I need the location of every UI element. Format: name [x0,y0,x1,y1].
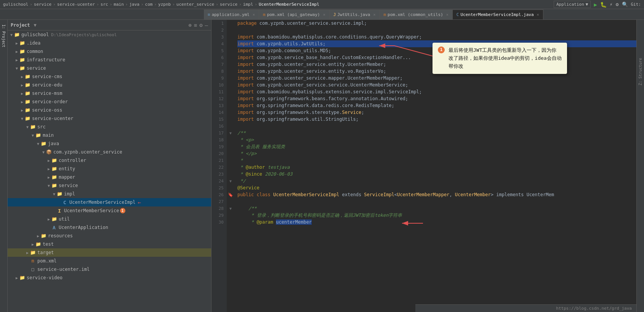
breadcrumb-com[interactable]: com [145,2,153,7]
gutter-17[interactable]: ▼ [227,130,234,136]
tree-target[interactable]: ▶ 📁 target [8,248,211,257]
tree-src[interactable]: ▼ 📁 src [8,123,211,131]
dropdown-arrow: ▼ [586,2,588,7]
tree-ucenter-application[interactable]: A UcenterApplication [8,223,211,232]
tree-service-edu[interactable]: ▶ 📁 service-edu [8,81,211,89]
line-num-13: 13 [211,102,224,109]
tree-pom-xml[interactable]: m pom.xml [8,257,211,265]
sidebar-settings-btn[interactable]: ⚙ [199,22,202,28]
tree-label-service-oss: service-oss [32,107,62,113]
gutter-13 [227,102,234,109]
gutter-26[interactable]: 🔖 [227,191,234,198]
tree-package[interactable]: ▼ 📦 com.yzpnb.ucenter_service [8,148,211,156]
breadcrumb-class[interactable]: UcenterMemberServiceImpl [259,2,319,7]
application-run-dropdown[interactable]: Application ▼ [554,1,591,8]
search-button[interactable]: 🔍 [622,2,628,7]
tab-pom-common-utils[interactable]: m pom.xml (common_utils) × [380,10,452,19]
tree-main[interactable]: ▼ 📁 main [8,131,211,139]
gutter-24[interactable]: ▼ [227,178,234,184]
project-tab[interactable]: 1: Project [1,23,6,49]
breadcrumb-main[interactable]: main [114,2,124,7]
breadcrumb-gulischool[interactable]: gulischool [3,2,28,7]
folder-icon-service-edu: 📁 [24,82,30,88]
tab-pom-api-gateway[interactable]: m pom.xml (api_gateway) × [259,10,330,19]
tree-controller[interactable]: ▶ 📁 controller [8,156,211,165]
line-num-12: 12 [211,95,224,102]
tree-service-cms[interactable]: ▶ 📁 service-cms [8,72,211,81]
tab-close[interactable]: × [446,13,449,17]
folder-icon-service: 📁 [19,66,25,71]
breadcrumb-java[interactable]: java [129,2,139,7]
tab-close[interactable]: × [373,13,375,17]
fold-arrow-28[interactable]: ▼ [229,206,232,211]
tree-label-test: test [43,242,54,247]
structure-label[interactable]: Z: Structure [638,58,642,85]
breadcrumb-service-ucenter[interactable]: service-ucenter [57,2,95,7]
tree-service-folder[interactable]: ▼ 📁 service [8,181,211,190]
fold-arrow-24[interactable]: ▼ [229,179,232,183]
breadcrumb-yzpnb[interactable]: yzpnb [158,2,171,7]
breadcrumb-src[interactable]: src [101,2,108,7]
tree-service-video[interactable]: ▶ 📁 service-video [8,274,211,282]
sidebar-collapse-btn[interactable]: ≡ [194,22,197,28]
code-line-29: * 登录，判断登录的手机号和密码是否正确，返回JWT加密后token字符串 [237,212,636,219]
code-line-25: @Service [237,184,636,191]
tree-idea[interactable]: ▶ 📁 .idea [8,39,211,47]
fold-arrow-17[interactable]: ▼ [229,131,232,135]
tree-resources[interactable]: ▶ 📁 resources [8,232,211,240]
gutter-29 [227,212,234,219]
xml-icon: m [383,12,386,17]
line-num-19: 19 [211,143,224,150]
tree-iml[interactable]: □ service-ucenter.iml [8,265,211,274]
tree-service[interactable]: ▼ 📁 service [8,64,211,72]
tree-java[interactable]: ▼ 📁 java [8,139,211,148]
tree-test[interactable]: ▶ 📁 test [8,240,211,248]
tree-mapper[interactable]: ▶ 📁 mapper [8,173,211,181]
tab-jwtutils[interactable]: J JwtUtils.java × [330,10,380,19]
tab-close[interactable]: × [323,13,325,17]
folder-icon-controller: 📁 [51,158,57,163]
tree-gulischool[interactable]: ▼ 📁 gulischool D:\IdeaProjects\gulischoo… [8,30,211,39]
yaml-icon: ≡ [208,12,210,17]
tree-service-order[interactable]: ▶ 📁 service-order [8,98,211,106]
tree-infrastructure[interactable]: ▶ 📁 infrastructure [8,56,211,64]
app-class-icon: A [51,225,57,230]
right-structure-panel[interactable]: Z: Structure [636,20,644,312]
tree-service-msm[interactable]: ▶ 📁 service-msm [8,89,211,98]
tree-ucenter-member-service-impl[interactable]: C UcenterMemberServiceImpl ← [8,198,211,206]
arrow-controller: ▶ [46,158,51,163]
tab-application-yml[interactable]: ≡ application.yml × [204,10,259,19]
code-editor[interactable]: 1 2 3 4 5 6 7 8 9 10 11 12 13 14 15 16 1… [211,20,636,312]
breadcrumb-impl[interactable]: impl [243,2,253,7]
folder-icon-service-video: 📁 [19,275,25,280]
line-num-18: 18 [211,136,224,143]
arrow-entity: ▶ [46,167,51,171]
tree-service-oss[interactable]: ▶ 📁 service-oss [8,106,211,114]
tree-label-service-edu: service-edu [32,82,62,88]
breadcrumb-service[interactable]: service [34,2,51,7]
tree-ucenter-member-service[interactable]: I UcenterMemberService 1 [8,206,211,215]
breadcrumb-service2[interactable]: service [220,2,237,7]
arrow-service-oss: ▶ [20,108,24,112]
debug-button[interactable]: 🐛 [600,2,607,8]
sidebar-header: Project ▼ ⊕ ≡ ⚙ — [8,20,211,30]
profile-button[interactable]: ⚡ [610,2,613,7]
tree-label-main: main [43,133,54,138]
project-dropdown-arrow[interactable]: ▼ [34,22,37,28]
tree-util[interactable]: ▶ 📁 util [8,215,211,223]
tree-entity[interactable]: ▶ 📁 entity [8,165,211,173]
settings-button[interactable]: ⚙ [616,2,619,7]
breadcrumb-ucenter-service[interactable]: ucenter_service [176,2,214,7]
tree-impl-folder[interactable]: ▼ 📁 impl [8,190,211,198]
tree-common[interactable]: ▶ 📁 common [8,47,211,56]
gutter-28[interactable]: ▼ [227,205,234,212]
tab-close[interactable]: × [537,13,539,17]
tab-close[interactable]: × [253,13,255,17]
arrow-service: ▼ [14,66,19,70]
run-button[interactable]: ▶ [594,2,597,8]
sidebar-add-btn[interactable]: ⊕ [188,22,191,28]
tab-ucenter-service-impl[interactable]: C UcenterMemberServiceImpl.java × [453,10,543,19]
bookmark-icon-26[interactable]: 🔖 [228,192,233,197]
sidebar-minimize-btn[interactable]: — [205,22,208,28]
tree-service-ucenter[interactable]: ▼ 📁 service-ucenter [8,114,211,123]
